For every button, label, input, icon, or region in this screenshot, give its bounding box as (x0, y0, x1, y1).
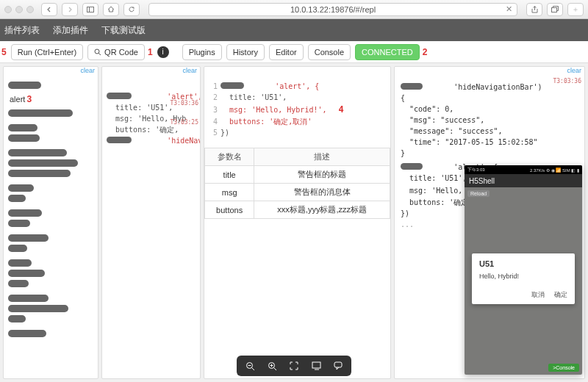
table-row: title警告框的标题 (205, 166, 390, 184)
run-button[interactable]: Run (Ctrl+Enter) (11, 44, 83, 60)
fullscreen-icon[interactable] (287, 358, 301, 373)
svg-rect-0 (87, 7, 94, 12)
plugin-list: alert 3 (4, 77, 98, 342)
annotation-1: 1 (148, 47, 153, 57)
zoom-out-icon[interactable] (243, 358, 257, 373)
url-text: 10.0.13.22:19876/#/repl (290, 5, 376, 14)
annotation-5: 5 (1, 47, 7, 57)
back-button[interactable] (41, 3, 57, 16)
close-window-dot[interactable] (4, 6, 12, 13)
svg-line-11 (273, 367, 276, 370)
phone-statusbar: 下午3:03 2.37K/s ⚙ ◉ 📶 SIM ◧ ▮ (465, 165, 582, 174)
dialog-message: Hello, Hybrid! (479, 273, 567, 280)
plugins-button[interactable]: Plugins (182, 44, 222, 60)
redacted-item (8, 259, 32, 267)
params-table: 参数名 描述 title警告框的标题 msg警告框的消息体 buttonsxxx… (204, 148, 390, 219)
svg-line-7 (251, 367, 254, 370)
redacted-item (8, 159, 78, 167)
redacted-item (8, 315, 26, 322)
minimize-window-dot[interactable] (15, 6, 23, 13)
connected-badge: CONNECTED (355, 44, 420, 60)
redacted-item (8, 234, 49, 242)
forward-button[interactable] (62, 3, 78, 16)
redacted-item (8, 330, 46, 337)
params-head-name: 参数名 (205, 148, 254, 166)
sidebar-item-alert[interactable]: alert 3 (4, 92, 98, 107)
repl-toolbar: 5 Run (Ctrl+Enter) QR Code 1 i Plugins H… (0, 41, 588, 63)
redacted-item (8, 170, 71, 177)
redacted-item (8, 295, 49, 302)
sidebar-clear[interactable]: clear (80, 67, 95, 74)
search-icon (94, 48, 101, 56)
redacted-item (8, 184, 34, 192)
share-icon[interactable] (526, 3, 542, 16)
sidebar-toggle-icon[interactable] (82, 3, 98, 16)
dialog-cancel-button[interactable]: 取消 (531, 291, 545, 298)
reload-icon[interactable] (123, 3, 140, 16)
timestamp: T3:03:25 (170, 118, 198, 127)
console-button[interactable]: Console (308, 44, 351, 60)
cast-icon[interactable] (309, 358, 323, 373)
add-tab-icon[interactable]: ＋ (567, 3, 584, 16)
timestamp: T3:03:36 (163, 99, 198, 108)
redacted-item (8, 305, 68, 312)
annotation-2: 2 (423, 47, 428, 57)
tab-download-test[interactable]: 下载测试版 (101, 24, 146, 37)
tab-plugin-list[interactable]: 插件列表 (4, 24, 40, 37)
svg-rect-2 (552, 8, 557, 12)
redacted-item (8, 280, 29, 287)
redacted-item (8, 134, 40, 142)
status-indicators: 2.37K/s ⚙ ◉ 📶 SIM ◧ ▮ (530, 167, 579, 173)
redacted-item (8, 149, 67, 156)
qrcode-label: QR Code (104, 48, 138, 57)
reload-button[interactable]: Reload (467, 190, 490, 197)
editor-button[interactable]: Editor (269, 44, 304, 60)
alert-dialog: U51 Hello, Hybrid! 取消 确定 (472, 253, 575, 304)
annotation-3: 3 (26, 94, 32, 104)
table-row: buttonsxxx标题,yyy标题,zzz标题 (205, 201, 390, 219)
qrcode-button[interactable]: QR Code (87, 44, 145, 60)
params-head-desc: 描述 (254, 148, 390, 166)
history-clear[interactable]: clear (182, 67, 197, 74)
redacted-item (8, 220, 30, 227)
dialog-title: U51 (479, 259, 567, 268)
floating-toolbar (237, 356, 351, 376)
plugin-sidebar: clear alert 3 (3, 66, 98, 379)
annotation-4: 4 (339, 104, 344, 115)
browser-chrome: 10.0.13.22:19876/#/repl ✕ ＋ (0, 0, 588, 19)
phone-console-button[interactable]: >Console (548, 364, 579, 372)
app-tabbar: 插件列表 添加插件 下载测试版 (0, 19, 588, 41)
status-time: 下午3:03 (467, 167, 485, 173)
history-panel: clear 'alert', { title: 'U51', msg: 'Hel… (101, 66, 201, 379)
sidebar-alert-label: alert (10, 95, 25, 104)
comment-icon[interactable] (331, 358, 345, 373)
table-row: msg警告框的消息体 (205, 184, 390, 201)
device-preview: 下午3:03 2.37K/s ⚙ ◉ 📶 SIM ◧ ▮ H5Shell Rel… (465, 165, 582, 375)
zoom-in-icon[interactable] (265, 358, 279, 373)
zoom-window-dot[interactable] (26, 6, 34, 13)
redacted-item (8, 109, 73, 117)
tabs-icon[interactable] (547, 3, 563, 16)
redacted-item (8, 270, 45, 277)
svg-point-3 (95, 49, 99, 54)
redacted-item (8, 209, 42, 217)
editor-panel: 1 'alert', { 2 title: 'U51', 3 msg: 'Hel… (204, 66, 391, 379)
url-bar[interactable]: 10.0.13.22:19876/#/repl ✕ (148, 3, 517, 16)
redacted-item (8, 124, 37, 131)
run-label: Run (Ctrl+Enter) (18, 48, 76, 57)
info-icon[interactable]: i (157, 46, 169, 58)
console-clear[interactable]: clear (567, 67, 581, 74)
svg-line-4 (98, 53, 101, 55)
tab-add-plugin[interactable]: 添加插件 (53, 24, 88, 37)
dialog-ok-button[interactable]: 确定 (554, 291, 567, 298)
phone-appbar: H5Shell (465, 174, 582, 187)
redacted-item (8, 245, 27, 252)
history-button[interactable]: History (226, 44, 265, 60)
redacted-item (8, 195, 26, 202)
redacted-item (8, 82, 41, 89)
clear-url-icon[interactable]: ✕ (506, 4, 512, 14)
home-icon[interactable] (103, 3, 119, 16)
timestamp: T3:03:36 (553, 77, 581, 86)
editor-code[interactable]: 1 'alert', { 2 title: 'U51', 3 msg: 'Hel… (204, 67, 390, 148)
history-code[interactable]: 'alert', { title: 'U51', msg: 'Hello, Hy… (102, 77, 200, 160)
